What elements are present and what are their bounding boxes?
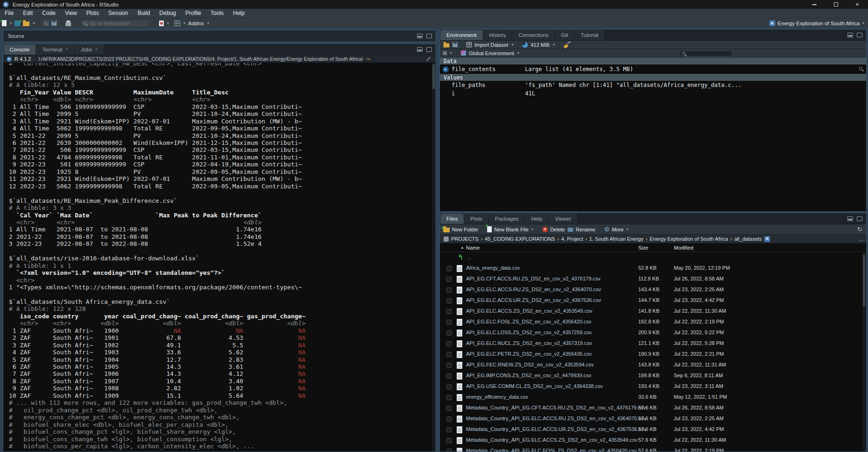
memory-dropdown-icon[interactable]: ▾: [553, 43, 555, 47]
file-row[interactable]: API_EG.ELC.FOSL.ZS_DS2_en_csv_v2_4356420…: [440, 317, 862, 328]
close-tab-icon[interactable]: ×: [66, 47, 68, 52]
file-name[interactable]: energy_efficiency_data.csv: [466, 394, 528, 400]
file-row[interactable]: API_EG.ELC.NUCL.ZS_DS2_en_csv_v2_4357319…: [440, 338, 862, 349]
file-row[interactable]: Metadata_Country_API_EG.ELC.FOSL.ZS_DS2_…: [440, 446, 862, 452]
file-checkbox[interactable]: [446, 352, 452, 357]
file-name[interactable]: Africa_energy_data.csv: [466, 265, 520, 271]
file-checkbox[interactable]: [446, 309, 452, 314]
language-dropdown-icon[interactable]: ▾: [450, 51, 452, 55]
file-checkbox[interactable]: [446, 416, 452, 422]
panes-dropdown-icon[interactable]: ▾: [183, 21, 185, 25]
import-dataset-button[interactable]: Import Dataset: [474, 42, 508, 48]
path-root-icon[interactable]: [444, 237, 449, 242]
file-name[interactable]: Metadata_Country_API_EG.ELC.ACCS.UR.ZS_D…: [466, 426, 646, 432]
file-name[interactable]: API_EG.ELC.NUCL.ZS_DS2_en_csv_v2_4357319…: [466, 340, 592, 346]
goto-file-input[interactable]: [88, 20, 140, 27]
file-name[interactable]: API_EG.USE.COMM.CL.ZS_DS2_en_csv_v2_4364…: [466, 383, 603, 389]
file-name[interactable]: API_EG.ELC.ACCS.UR.ZS_DS2_en_csv_v2_4367…: [466, 297, 601, 303]
file-checkbox[interactable]: [446, 427, 452, 432]
open-file-dropdown-icon[interactable]: ▾: [33, 21, 35, 25]
up-directory-row[interactable]: ↰..: [440, 252, 862, 263]
r-version-icon[interactable]: R: [7, 57, 12, 62]
file-name[interactable]: Metadata_Country_API_EG.CFT.ACCS.RU.ZS_D…: [466, 405, 646, 410]
file-checkbox[interactable]: [446, 449, 452, 452]
file-name[interactable]: API_EG.CFT.ACCS.RU.ZS_DS2_en_csv_v2_4376…: [466, 276, 600, 281]
project-selector[interactable]: R Energy Exploration of South Africa ▾: [769, 20, 864, 26]
open-directory-icon[interactable]: ↪: [366, 56, 370, 62]
file-row[interactable]: API_EG.ELC.ACCS.UR.ZS_DS2_en_csv_v2_4367…: [440, 295, 862, 306]
object-name[interactable]: file_contents: [452, 66, 496, 72]
menu-debug[interactable]: Debug: [155, 9, 181, 18]
addins-button[interactable]: Addins: [188, 21, 204, 26]
menu-tools[interactable]: Tools: [206, 9, 228, 18]
import-dropdown-icon[interactable]: ▾: [511, 43, 513, 47]
file-name[interactable]: API_EG.FEC.RNEW.ZS_DS2_en_csv_v2_4353594…: [466, 362, 594, 367]
file-checkbox[interactable]: [446, 320, 452, 325]
breadcrumb-segment[interactable]: Energy Exploration of South Africa: [649, 236, 728, 242]
breadcrumb-more[interactable]: ...: [859, 236, 863, 242]
file-row[interactable]: API_EG.CFT.ACCS.RU.ZS_DS2_en_csv_v2_4376…: [440, 274, 862, 285]
new-blank-file-button[interactable]: + New Blank File ▾: [487, 226, 533, 232]
compile-dropdown-icon[interactable]: ▾: [167, 21, 169, 25]
clear-workspace-icon[interactable]: [564, 42, 571, 48]
files-scrollbar[interactable]: [862, 252, 866, 452]
maximize-pane-icon[interactable]: [426, 34, 432, 38]
minimize-pane-icon[interactable]: [417, 47, 423, 52]
import-dataset-icon[interactable]: [467, 42, 472, 47]
environment-value-row[interactable]: file_paths 'fs_path' Named chr [1:41] "a…: [440, 81, 866, 89]
breadcrumb-segment[interactable]: 1. South African Energy: [589, 236, 643, 242]
delete-button[interactable]: ✕ Delete: [542, 227, 565, 232]
file-checkbox[interactable]: [446, 277, 452, 282]
file-checkbox[interactable]: [446, 406, 452, 411]
environment-tab-tutorial[interactable]: Tutorial: [575, 29, 605, 40]
files-tab-packages[interactable]: Packages: [489, 213, 525, 224]
environment-object-row[interactable]: ▶ file_contents Large list (41 elements,…: [440, 65, 866, 74]
close-button[interactable]: ✕: [846, 0, 868, 9]
file-name[interactable]: Metadata_Country_API_EG.ELC.ACCS.RU.ZS_D…: [466, 416, 646, 421]
console-tab-terminal[interactable]: Terminal×: [36, 44, 74, 55]
addins-dropdown-icon[interactable]: ▾: [207, 21, 209, 25]
refresh-icon[interactable]: ↻: [857, 226, 862, 233]
column-header-modified[interactable]: Modified: [674, 245, 693, 251]
project-directory-icon[interactable]: R: [764, 236, 770, 242]
file-checkbox[interactable]: [446, 395, 452, 400]
file-name[interactable]: Metadata_Country_API_EG.ELC.FOSL.ZS_DS2_…: [466, 448, 636, 452]
language-selector[interactable]: R: [443, 50, 447, 56]
value-name[interactable]: file_paths: [452, 82, 485, 88]
file-row[interactable]: Metadata_Country_API_EG.ELC.ACCS.UR.ZS_D…: [440, 424, 862, 435]
minimize-button[interactable]: [803, 0, 825, 9]
value-name[interactable]: i: [452, 90, 455, 97]
file-name[interactable]: API_EG.IMP.CONS.ZS_DS2_en_csv_v2_4479939…: [466, 373, 591, 378]
environment-value-row[interactable]: i 41L: [440, 89, 866, 98]
console-scrollbar-thumb[interactable]: [432, 64, 435, 89]
file-checkbox[interactable]: [446, 438, 452, 443]
minimize-pane-icon[interactable]: [847, 216, 853, 221]
new-project-icon[interactable]: +: [15, 21, 20, 26]
file-name[interactable]: Metadata_Country_API_EG.ELC.ACCS.ZS_DS2_…: [466, 437, 637, 443]
rename-button[interactable]: Rename: [568, 227, 595, 232]
more-button[interactable]: ⚙ More ▾: [604, 226, 628, 232]
menu-view[interactable]: View: [60, 9, 82, 18]
column-header-size[interactable]: Size: [638, 245, 648, 251]
compile-report-icon[interactable]: [159, 21, 164, 26]
new-folder-button[interactable]: + New Folder: [443, 227, 478, 232]
files-tab-viewer[interactable]: Viewer: [549, 213, 578, 224]
column-header-name[interactable]: Name: [466, 245, 480, 251]
file-row[interactable]: API_EG.USE.COMM.CL.ZS_DS2_en_csv_v2_4364…: [440, 381, 862, 392]
print-icon[interactable]: [66, 22, 71, 26]
breadcrumb-segment[interactable]: PROJECTS: [451, 236, 479, 242]
save-icon[interactable]: [44, 21, 49, 26]
load-workspace-icon[interactable]: [444, 43, 450, 47]
file-row[interactable]: Africa_energy_data.csv52.8 KBMay 20, 202…: [440, 263, 862, 274]
file-checkbox[interactable]: [446, 384, 452, 389]
file-row[interactable]: API_EG.ELC.ACCS.ZS_DS2_en_csv_v2_4353549…: [440, 306, 862, 317]
file-row[interactable]: API_EG.IMP.CONS.ZS_DS2_en_csv_v2_4479939…: [440, 371, 862, 381]
breadcrumb-segment[interactable]: 4. Project: [562, 236, 583, 242]
file-name[interactable]: API_EG.ELC.PETR.ZS_DS2_en_csv_v2_4356435…: [466, 351, 591, 357]
inspect-object-icon[interactable]: [859, 67, 862, 70]
file-checkbox[interactable]: [446, 298, 452, 303]
maximize-button[interactable]: [825, 0, 846, 9]
environment-tab-connections[interactable]: Connections: [512, 29, 555, 40]
file-row[interactable]: energy_efficiency_data.csv33.6 KBMay 12,…: [440, 392, 862, 403]
maximize-pane-icon[interactable]: [426, 47, 432, 52]
